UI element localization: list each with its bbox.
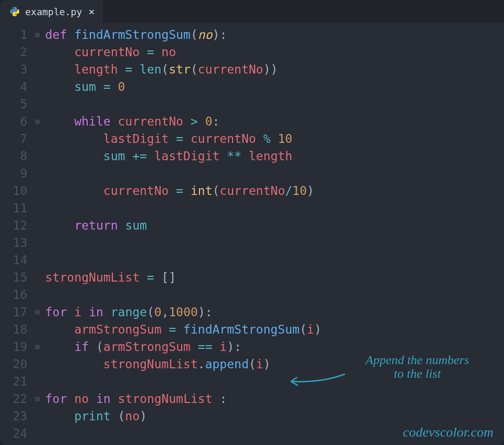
fold-toggle xyxy=(32,44,43,61)
code-line[interactable]: currentNo = int(currentNo/10) xyxy=(45,182,504,200)
fold-toggle xyxy=(32,425,43,442)
fold-toggle[interactable]: ⊟ xyxy=(32,390,43,408)
fold-toggle xyxy=(32,182,43,200)
fold-toggle xyxy=(32,217,43,234)
fold-toggle xyxy=(32,408,43,425)
fold-toggle xyxy=(32,61,43,78)
line-number: 17 xyxy=(0,304,27,321)
close-tab-button[interactable]: × xyxy=(87,5,96,18)
fold-toggle[interactable]: ⊟ xyxy=(32,338,43,356)
line-number: 13 xyxy=(0,234,27,252)
fold-toggle xyxy=(32,356,43,373)
code-line[interactable]: for i in range(0,1000): xyxy=(45,304,504,321)
code-line[interactable]: print (no) xyxy=(45,408,504,425)
line-number: 18 xyxy=(0,321,27,338)
code-line[interactable]: currentNo = no xyxy=(45,44,504,61)
fold-toggle xyxy=(32,96,43,113)
file-tab[interactable]: example.py × xyxy=(0,0,103,23)
line-number: 12 xyxy=(0,217,27,234)
annotation-arrow xyxy=(285,370,348,391)
line-number: 22 xyxy=(0,390,27,408)
line-number: 24 xyxy=(0,425,27,442)
line-number: 21 xyxy=(0,373,27,390)
line-number: 15 xyxy=(0,269,27,286)
fold-toggle[interactable]: ⊟ xyxy=(32,304,43,321)
fold-toggle xyxy=(32,234,43,252)
line-number: 14 xyxy=(0,252,27,269)
watermark: codevscolor.com xyxy=(403,423,494,441)
fold-toggle xyxy=(32,148,43,165)
line-number: 5 xyxy=(0,96,27,113)
annotation-line2: to the list xyxy=(394,367,440,380)
fold-column: ⊟⊟⊟⊟⊟ xyxy=(32,26,43,445)
line-number: 4 xyxy=(0,78,27,96)
fold-toggle xyxy=(32,200,43,217)
code-line[interactable] xyxy=(45,96,504,113)
fold-toggle[interactable]: ⊟ xyxy=(32,26,43,44)
line-number: 6 xyxy=(0,113,27,130)
fold-toggle xyxy=(32,286,43,304)
code-line[interactable] xyxy=(45,165,504,182)
line-number: 8 xyxy=(0,148,27,165)
code-line[interactable]: sum += lastDigit ** length xyxy=(45,148,504,165)
fold-toggle xyxy=(32,321,43,338)
line-number: 23 xyxy=(0,408,27,425)
fold-toggle xyxy=(32,252,43,269)
line-number: 20 xyxy=(0,356,27,373)
editor-window: example.py × 123456789101112131415161718… xyxy=(0,0,504,445)
line-number: 3 xyxy=(0,61,27,78)
annotation-line1: Append the numbers xyxy=(365,353,469,367)
line-number: 7 xyxy=(0,130,27,148)
line-number: 16 xyxy=(0,286,27,304)
fold-toggle[interactable]: ⊟ xyxy=(32,113,43,130)
code-line[interactable] xyxy=(45,252,504,269)
code-line[interactable]: while currentNo > 0: xyxy=(45,113,504,130)
annotation-text: Append the numbers to the list xyxy=(346,353,488,381)
line-number-gutter: 123456789101112131415161718192021222324 xyxy=(0,26,32,445)
line-number: 11 xyxy=(0,200,27,217)
line-number: 10 xyxy=(0,182,27,200)
code-line[interactable]: armStrongSum = findArmStrongSum(i) xyxy=(45,321,504,338)
fold-toggle xyxy=(32,269,43,286)
code-line[interactable] xyxy=(45,286,504,304)
fold-toggle xyxy=(32,165,43,182)
code-area[interactable]: def findArmStrongSum(no): currentNo = no… xyxy=(43,26,504,445)
code-line[interactable]: length = len(str(currentNo)) xyxy=(45,61,504,78)
fold-toggle xyxy=(32,130,43,148)
code-editor[interactable]: 123456789101112131415161718192021222324 … xyxy=(0,23,504,445)
code-line[interactable]: lastDigit = currentNo % 10 xyxy=(45,130,504,148)
line-number: 2 xyxy=(0,44,27,61)
fold-toggle xyxy=(32,78,43,96)
code-line[interactable]: for no in strongNumList : xyxy=(45,390,504,408)
line-number: 1 xyxy=(0,26,27,44)
fold-toggle xyxy=(32,373,43,390)
code-line[interactable] xyxy=(45,234,504,252)
python-icon xyxy=(9,6,20,17)
code-line[interactable]: return sum xyxy=(45,217,504,234)
code-line[interactable]: strongNumList = [] xyxy=(45,269,504,286)
code-line[interactable]: sum = 0 xyxy=(45,78,504,96)
code-line[interactable]: def findArmStrongSum(no): xyxy=(45,26,504,44)
line-number: 9 xyxy=(0,165,27,182)
line-number: 19 xyxy=(0,338,27,356)
code-line[interactable] xyxy=(45,200,504,217)
tab-bar: example.py × xyxy=(0,0,504,23)
tab-filename: example.py xyxy=(25,6,82,17)
